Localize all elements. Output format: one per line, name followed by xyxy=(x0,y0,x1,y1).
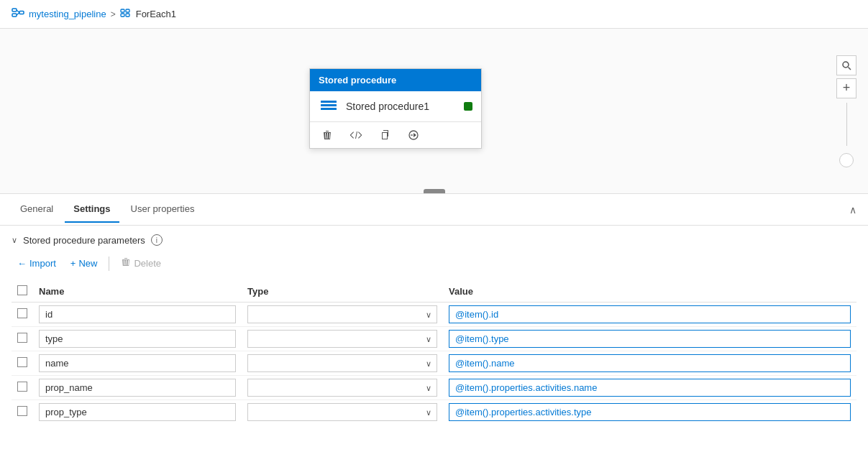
row-name-cell xyxy=(33,400,242,425)
header-checkbox-cell xyxy=(12,281,33,303)
bottom-panel: General Settings User properties ∧ ∨ Sto… xyxy=(0,194,868,457)
stored-procedure-icon xyxy=(319,98,339,114)
svg-rect-5 xyxy=(121,9,124,12)
row-type-cell: String Int Boolean DateTime ∨ xyxy=(242,400,443,425)
svg-rect-2 xyxy=(19,11,24,14)
row-type-cell: String Int Boolean DateTime ∨ xyxy=(242,303,443,327)
row-value-cell xyxy=(443,400,856,425)
svg-rect-11 xyxy=(321,108,337,110)
name-input-2[interactable] xyxy=(39,354,236,372)
delete-button[interactable]: Delete xyxy=(115,254,167,272)
table-row: String Int Boolean DateTime ∨ xyxy=(12,327,856,351)
section-chevron[interactable]: ∨ xyxy=(12,236,17,245)
value-input-2[interactable] xyxy=(449,354,851,372)
row-name-cell xyxy=(33,376,242,400)
breadcrumb-bar: mytesting_pipeline > ForEach1 xyxy=(0,0,868,29)
tab-settings[interactable]: Settings xyxy=(65,196,119,223)
code-activity-button[interactable] xyxy=(347,126,365,144)
svg-rect-8 xyxy=(126,14,129,17)
type-select-0[interactable]: String Int Boolean DateTime xyxy=(247,305,437,323)
foreach-name: ForEach1 xyxy=(136,9,176,19)
type-select-wrapper: String Int Boolean DateTime ∨ xyxy=(247,403,437,421)
svg-rect-6 xyxy=(126,9,129,12)
row-checkbox-0[interactable] xyxy=(17,308,27,318)
collapse-bar[interactable] xyxy=(424,189,445,193)
row-value-cell xyxy=(443,303,856,327)
value-input-4[interactable] xyxy=(449,403,851,421)
row-name-cell xyxy=(33,351,242,376)
svg-rect-9 xyxy=(321,101,337,103)
pipeline-link[interactable]: mytesting_pipeline xyxy=(29,9,106,19)
panel-content: ∨ Stored procedure parameters i ← Import… xyxy=(0,226,868,457)
new-plus-icon: + xyxy=(70,258,76,269)
import-button[interactable]: ← Import xyxy=(12,255,62,272)
type-select-wrapper: String Int Boolean DateTime ∨ xyxy=(247,330,437,348)
row-value-cell xyxy=(443,327,856,351)
table-row: String Int Boolean DateTime ∨ xyxy=(12,303,856,327)
col-name: Name xyxy=(33,281,242,303)
value-input-0[interactable] xyxy=(449,305,851,323)
foreach-icon xyxy=(120,7,132,21)
header-checkbox[interactable] xyxy=(17,285,27,295)
type-select-wrapper: String Int Boolean DateTime ∨ xyxy=(247,379,437,397)
type-select-3[interactable]: String Int Boolean DateTime xyxy=(247,379,437,397)
row-checkbox-cell xyxy=(12,303,33,327)
zoom-in-button[interactable]: + xyxy=(836,78,856,98)
connect-activity-button[interactable] xyxy=(405,126,422,144)
row-type-cell: String Int Boolean DateTime ∨ xyxy=(242,351,443,376)
param-toolbar: ← Import + New Delete xyxy=(12,254,856,272)
activity-header: Stored procedure xyxy=(310,69,481,91)
activity-name: Stored procedure1 xyxy=(346,101,457,112)
svg-point-13 xyxy=(843,62,849,68)
type-select-wrapper: String Int Boolean DateTime ∨ xyxy=(247,305,437,323)
toolbar-separator xyxy=(109,257,109,271)
name-input-1[interactable] xyxy=(39,330,236,348)
breadcrumb-separator: > xyxy=(111,9,116,19)
row-checkbox-4[interactable] xyxy=(17,406,27,416)
row-checkbox-2[interactable] xyxy=(17,357,27,367)
svg-rect-10 xyxy=(321,104,337,106)
delete-trash-icon xyxy=(121,257,131,269)
search-canvas-button[interactable] xyxy=(836,55,856,75)
type-select-wrapper: String Int Boolean DateTime ∨ xyxy=(247,354,437,372)
activity-status xyxy=(464,102,472,111)
row-type-cell: String Int Boolean DateTime ∨ xyxy=(242,376,443,400)
tab-general[interactable]: General xyxy=(12,196,62,223)
row-type-cell: String Int Boolean DateTime ∨ xyxy=(242,327,443,351)
activity-node[interactable]: Stored procedure Stored procedure1 xyxy=(309,68,482,149)
svg-rect-0 xyxy=(12,9,17,11)
activity-body: Stored procedure1 xyxy=(310,91,481,122)
name-input-0[interactable] xyxy=(39,305,236,323)
value-input-1[interactable] xyxy=(449,330,851,348)
new-button[interactable]: + New xyxy=(65,255,104,272)
row-checkbox-cell xyxy=(12,400,33,425)
copy-activity-button[interactable] xyxy=(376,126,393,144)
table-row: String Int Boolean DateTime ∨ xyxy=(12,376,856,400)
info-icon[interactable]: i xyxy=(151,234,163,246)
name-input-4[interactable] xyxy=(39,403,236,421)
value-input-3[interactable] xyxy=(449,379,851,397)
row-checkbox-cell xyxy=(12,327,33,351)
svg-rect-1 xyxy=(12,14,17,17)
row-checkbox-cell xyxy=(12,376,33,400)
panel-collapse-button[interactable]: ∧ xyxy=(849,204,856,216)
col-value: Value xyxy=(443,281,856,303)
svg-line-14 xyxy=(849,67,851,70)
tab-user-properties[interactable]: User properties xyxy=(122,196,204,223)
row-name-cell xyxy=(33,327,242,351)
type-select-2[interactable]: String Int Boolean DateTime xyxy=(247,354,437,372)
right-toolbar: + xyxy=(836,55,856,167)
type-select-1[interactable]: String Int Boolean DateTime xyxy=(247,330,437,348)
canvas-area: Stored procedure Stored procedure1 xyxy=(0,29,868,194)
row-checkbox-1[interactable] xyxy=(17,333,27,343)
section-title: Stored procedure parameters xyxy=(23,235,145,246)
name-input-3[interactable] xyxy=(39,379,236,397)
param-table: Name Type Value String Int Boolean DateT… xyxy=(12,281,856,424)
pipeline-icon xyxy=(12,7,24,22)
row-value-cell xyxy=(443,351,856,376)
import-icon: ← xyxy=(17,258,27,269)
row-checkbox-cell xyxy=(12,351,33,376)
type-select-4[interactable]: String Int Boolean DateTime xyxy=(247,403,437,421)
delete-activity-button[interactable] xyxy=(319,126,336,144)
row-checkbox-3[interactable] xyxy=(17,382,27,392)
